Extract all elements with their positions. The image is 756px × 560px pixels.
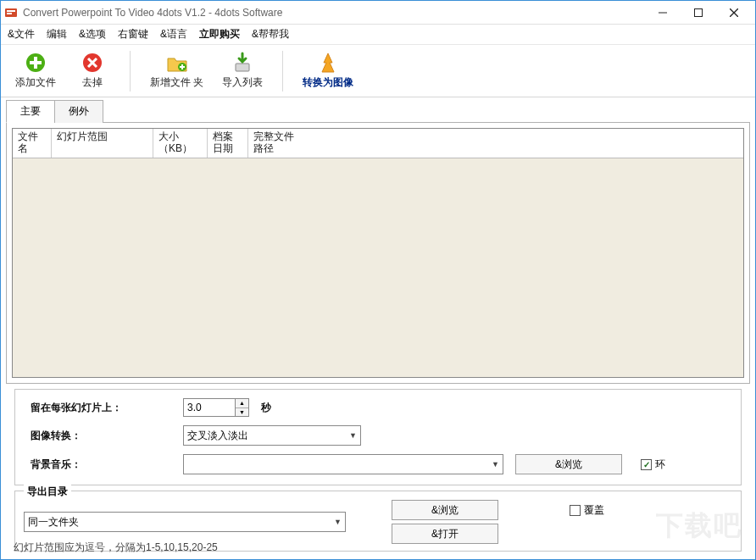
menu-language[interactable]: &语言 [160, 27, 187, 42]
col-full-path[interactable]: 完整文件路径 [248, 129, 299, 158]
checkbox-unchecked-icon [570, 505, 581, 516]
menu-edit[interactable]: 编辑 [47, 27, 67, 42]
stay-per-slide-input[interactable] [183, 398, 236, 417]
menu-hotkeys[interactable]: 右窗键 [118, 27, 148, 42]
new-folder-label: 新增文件 夹 [150, 75, 203, 90]
menu-help[interactable]: &帮帮我 [252, 27, 289, 42]
tab-strip: 主要 例外 [6, 99, 750, 123]
spin-down-button[interactable]: ▼ [236, 408, 248, 417]
col-archive-date[interactable]: 档案日期 [208, 129, 248, 158]
spin-up-button[interactable]: ▲ [236, 399, 248, 408]
tab-main[interactable]: 主要 [6, 100, 55, 123]
grid-header-row: 文件名 幻灯片范围 大小（KB） 档案日期 完整文件路径 [13, 129, 743, 158]
menubar: &文件 编辑 &选项 右窗键 &语言 立即购买 &帮帮我 [1, 25, 755, 45]
chevron-down-icon: ▼ [349, 431, 357, 440]
slide-settings-group: 留在每张幻灯片上： ▲ ▼ 秒 图像转换： 交叉淡入淡出 ▼ 背景音乐： ▼ [14, 389, 742, 485]
menu-file[interactable]: &文件 [8, 27, 35, 42]
overwrite-checkbox[interactable]: 覆盖 [570, 503, 604, 518]
add-files-label: 添加文件 [15, 75, 56, 90]
svg-rect-15 [180, 66, 185, 68]
svg-rect-4 [695, 8, 703, 16]
maximize-button[interactable] [681, 2, 716, 24]
stay-unit-label: 秒 [261, 401, 271, 415]
bgm-combo[interactable]: ▼ [183, 454, 503, 474]
remove-label: 去掉 [82, 75, 103, 90]
convert-to-image-button[interactable]: 转换为图像 [297, 47, 359, 94]
svg-rect-1 [7, 10, 15, 12]
output-open-button[interactable]: &打开 [392, 524, 498, 544]
overwrite-label: 覆盖 [584, 503, 604, 518]
chevron-down-icon: ▼ [492, 460, 499, 469]
transition-value: 交叉淡入淡出 [187, 429, 248, 443]
stay-per-slide-label: 留在每张幻灯片上： [31, 401, 183, 415]
window-title: Convert Powerpoint To Video 4dots V1.2 -… [23, 7, 645, 19]
transition-label: 图像转换： [31, 429, 183, 443]
stay-spinner: ▲ ▼ [236, 398, 249, 417]
add-icon [25, 52, 47, 74]
close-button[interactable] [716, 2, 752, 24]
col-slide-range[interactable]: 幻灯片范围 [52, 129, 153, 158]
bgm-browse-button[interactable]: &浏览 [515, 454, 622, 474]
new-folder-button[interactable]: 新增文件 夹 [144, 47, 209, 94]
svg-rect-9 [30, 61, 42, 64]
app-icon [4, 6, 18, 19]
import-list-button[interactable]: 导入列表 [216, 47, 269, 94]
close-icon [730, 8, 738, 17]
output-folder-value: 同一文件夹 [28, 515, 79, 530]
svg-rect-2 [7, 13, 12, 14]
col-filename[interactable]: 文件名 [13, 129, 52, 158]
bgm-label: 背景音乐： [31, 457, 183, 472]
loop-label: 环 [655, 457, 665, 472]
file-grid[interactable]: 文件名 幻灯片范围 大小（KB） 档案日期 完整文件路径 [12, 128, 744, 378]
menu-options[interactable]: &选项 [79, 27, 106, 42]
remove-icon [81, 52, 103, 74]
status-hint: 幻灯片范围应为逗号，分隔为1-5,10,15,20-25 [14, 541, 218, 555]
import-icon [231, 52, 253, 74]
toolbar-separator-2 [282, 51, 283, 91]
minimize-button[interactable] [645, 2, 681, 24]
checkbox-checked-icon: ✓ [641, 459, 652, 470]
output-folder-combo[interactable]: 同一文件夹 ▼ [24, 512, 346, 532]
toolbar: 添加文件 去掉 新增文件 夹 导入列表 转换为图像 [1, 45, 755, 97]
toolbar-separator [130, 51, 131, 91]
folder-add-icon [166, 52, 188, 74]
chevron-down-icon: ▼ [334, 518, 342, 526]
minimize-icon [659, 8, 667, 17]
maximize-icon [694, 8, 703, 17]
menu-buy-now[interactable]: 立即购买 [199, 27, 240, 42]
add-files-button[interactable]: 添加文件 [9, 47, 62, 94]
convert-icon [317, 52, 339, 74]
tab-panel-main: 文件名 幻灯片范围 大小（KB） 档案日期 完整文件路径 [6, 123, 750, 384]
tab-exceptions[interactable]: 例外 [54, 100, 103, 123]
svg-rect-16 [236, 64, 249, 71]
transition-combo[interactable]: 交叉淡入淡出 ▼ [183, 425, 361, 446]
convert-label: 转换为图像 [303, 75, 353, 90]
loop-checkbox[interactable]: ✓ 环 [641, 457, 665, 472]
titlebar: Convert Powerpoint To Video 4dots V1.2 -… [1, 1, 755, 25]
output-legend: 导出目录 [24, 485, 71, 499]
col-size[interactable]: 大小（KB） [153, 129, 208, 158]
remove-button[interactable]: 去掉 [69, 47, 116, 94]
output-browse-button[interactable]: &浏览 [392, 500, 498, 520]
import-list-label: 导入列表 [222, 75, 263, 90]
